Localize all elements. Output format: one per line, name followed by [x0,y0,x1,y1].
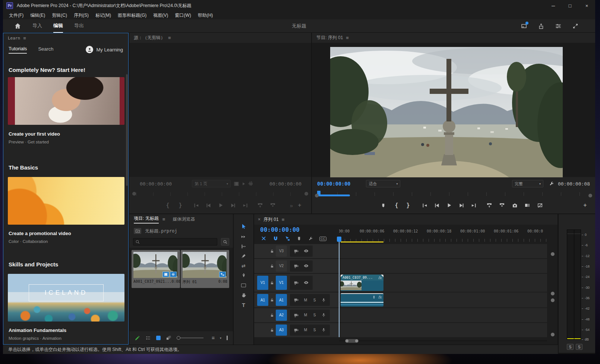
ripple-edit-tool[interactable] [239,242,248,250]
tutorial-card-title[interactable]: Animation Fundamentals [9,327,66,333]
type-tool[interactable]: T [239,301,248,309]
list-view-icon[interactable] [145,335,151,341]
mark-in-button[interactable]: { [164,202,172,209]
mark-out-button[interactable]: } [404,202,412,209]
go-to-in-icon[interactable] [192,203,200,208]
lock-icon[interactable] [270,313,274,317]
source-patch-v2[interactable] [257,260,268,272]
maximize-button[interactable]: □ [562,0,578,11]
clip-out-handle[interactable] [381,275,383,277]
project-panel-menu-icon[interactable]: ≡ [162,216,165,222]
snap-magnet-icon[interactable] [273,236,278,241]
project-file-name[interactable]: 无标题.prproj [145,228,177,234]
program-viewer[interactable] [312,43,595,177]
program-zoom-bar[interactable] [317,194,350,196]
minimize-button[interactable]: ─ [545,0,562,11]
track-target-a2[interactable]: A2 [276,310,287,321]
toggle-track-output-eye-icon[interactable] [303,280,309,285]
hand-tool[interactable] [239,291,248,299]
scrollbar-thumb[interactable] [345,339,359,343]
clip-in-handle[interactable] [341,275,343,277]
close-sequence-icon[interactable]: × [258,217,260,222]
extract-icon[interactable] [498,202,506,208]
more-buttons-icon[interactable]: » [287,202,296,209]
chevron-down-icon[interactable]: ▾ [220,336,221,340]
mute-button[interactable]: M [303,313,308,317]
sequence-tab[interactable]: 序列 01 [263,216,279,223]
timeline-horizontal-scrollbar[interactable] [339,339,547,343]
video-clip[interactable]: A001_C037_09... fx [341,275,383,291]
source-panel-menu-icon[interactable]: ≡ [168,35,171,41]
lock-icon[interactable] [270,264,274,268]
export-frame-icon[interactable] [511,203,519,208]
source-scrubber[interactable] [132,191,308,197]
track-target-v1[interactable]: V1 [276,276,287,290]
button-editor-icon[interactable]: + [581,202,589,209]
source-patch-a1[interactable]: A1 [257,294,268,306]
track-target-v2[interactable]: V2 [276,260,287,272]
menu-edit[interactable]: 编辑(E) [27,12,48,19]
comparison-view-icon[interactable] [523,202,531,208]
mark-in-button[interactable]: { [392,202,401,209]
playback-quality-select[interactable]: 完整▾ [512,180,543,187]
timeline-settings-wrench-icon[interactable] [308,236,313,241]
play-button[interactable] [217,202,225,208]
razor-tool[interactable] [239,252,248,260]
solo-right-button[interactable]: S [576,344,582,350]
fullscreen-icon[interactable] [572,23,579,29]
solo-button[interactable]: S [312,313,317,317]
track-lane-v1[interactable]: A001_C037_09... fx [339,274,547,292]
share-icon[interactable] [538,23,544,29]
mark-out-button[interactable]: } [176,202,184,209]
source-viewer[interactable] [129,43,311,177]
lock-icon[interactable] [270,298,274,302]
tab-edit[interactable]: 编辑 [53,19,63,33]
tutorial-card-image[interactable]: ICELAND [8,274,124,322]
tab-media-browser[interactable]: 媒体浏览器 [173,216,195,222]
menu-file[interactable]: 文件(F) [6,12,27,19]
selection-tool[interactable] [239,222,248,231]
track-select-forward-tool[interactable] [239,232,248,241]
solo-left-button[interactable]: S [567,344,574,350]
menu-clip[interactable]: 剪辑(C) [48,12,70,19]
mute-button[interactable]: M [303,328,308,332]
proxy-toggle-icon[interactable] [536,202,544,208]
sync-lock-icon[interactable] [294,280,299,285]
solo-button[interactable]: S [312,298,317,302]
sync-lock-icon[interactable] [294,327,299,333]
track-target-v3[interactable]: V3 [276,246,287,257]
tutorial-card-image[interactable] [8,77,124,125]
tutorial-card-title[interactable]: Create your first video [9,131,60,137]
step-forward-icon[interactable] [457,203,465,208]
tab-project[interactable]: 项目: 无标题 [134,215,159,224]
lock-icon[interactable] [270,328,274,332]
project-search-input[interactable] [133,238,217,246]
program-scrubber[interactable] [315,191,592,197]
source-patch-v3[interactable] [257,246,268,257]
source-page-select[interactable]: 第 1 页▾ [192,180,231,187]
toggle-track-output-eye-icon[interactable] [303,263,309,269]
tab-import[interactable]: 导入 [32,19,42,33]
home-button[interactable] [14,22,21,29]
button-editor-icon[interactable]: + [296,202,304,209]
timeline-ruler[interactable]: :00:00 00:00:00:06 00:00:00:12 00:00:00:… [339,225,547,243]
timeline-playhead[interactable] [339,237,340,337]
search-bin-button[interactable] [221,238,229,246]
learn-panel-menu-icon[interactable]: ≡ [23,35,26,41]
learn-scrollbar[interactable] [126,74,128,186]
quick-export-icon[interactable] [521,23,527,29]
icon-view-icon[interactable] [156,336,161,340]
timeline-playhead-head[interactable] [337,237,341,242]
sync-lock-icon[interactable] [294,297,299,303]
step-back-icon[interactable] [433,203,441,208]
track-lane-v3[interactable] [339,244,547,258]
timeline-panel-menu-icon[interactable]: ≡ [282,217,285,222]
tutorial-card-title[interactable]: Create a promotional video [9,231,71,236]
mute-button[interactable]: M [303,298,308,302]
source-patch-a3[interactable] [257,325,268,336]
tab-export[interactable]: 导出 [74,19,84,33]
nest-toggle-icon[interactable] [261,236,266,241]
overwrite-icon[interactable] [269,202,277,208]
track-lane-v2[interactable] [339,259,547,273]
step-forward-icon[interactable] [229,203,237,208]
